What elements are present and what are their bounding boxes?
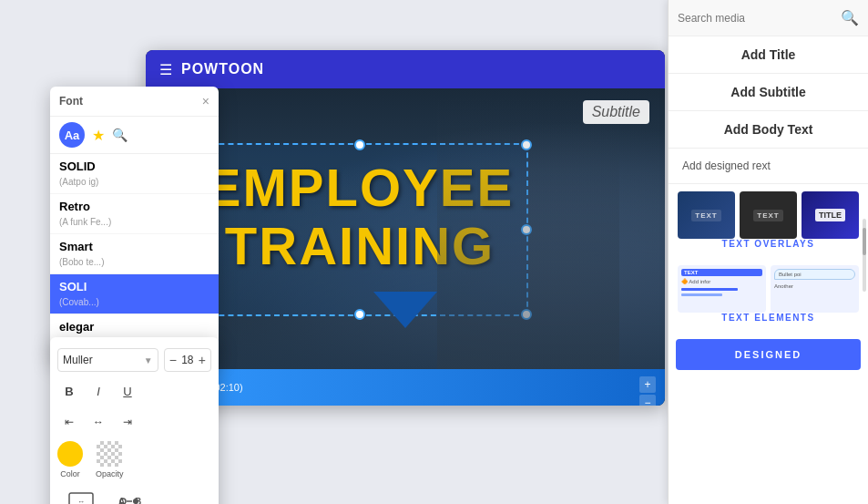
- a-to-b-button[interactable]: A B A to B: [109, 486, 149, 504]
- handle-top-right[interactable]: [521, 139, 532, 150]
- font-name-retro1: Retro: [59, 200, 209, 213]
- top-bar: ☰ POWTOON: [146, 50, 665, 88]
- handle-bottom-mid[interactable]: [354, 309, 365, 320]
- font-size-value: 18: [180, 354, 195, 366]
- zoom-controls: + −: [639, 376, 656, 406]
- zoom-in-button[interactable]: +: [639, 376, 656, 393]
- right-panel-content: Add Title Add Subtitle Add Body Text Add…: [669, 36, 868, 370]
- enter-exit-button[interactable]: ↔ Enter/Exit: [57, 486, 104, 504]
- text-elements-label: TEXT ELEMENTS: [678, 313, 859, 323]
- decrease-size-button[interactable]: −: [169, 354, 177, 366]
- down-arrow: [373, 292, 437, 328]
- bold-button[interactable]: B: [57, 379, 81, 403]
- font-item-solid1[interactable]: SOLID (Aatpo ig): [50, 154, 219, 194]
- increase-size-button[interactable]: +: [199, 354, 206, 366]
- color-label: Color: [60, 469, 80, 478]
- heading-line2: TRAINING: [202, 217, 517, 275]
- italic-button[interactable]: I: [87, 379, 110, 403]
- overlay-card-3[interactable]: TITLE: [802, 191, 859, 239]
- svg-text:↔: ↔: [77, 498, 85, 504]
- overlay-badge-3: TITLE: [815, 209, 845, 221]
- font-selector-row: Muller ▼ − 18 +: [57, 345, 211, 375]
- font-item-soli-active[interactable]: SOLI (Covab...): [50, 274, 219, 314]
- scroll-indicator[interactable]: [863, 219, 866, 292]
- canvas-background: EMPLOYEE TRAINING: [146, 88, 665, 369]
- opacity-section: Opacity: [96, 441, 124, 478]
- overlays-grid: TEXT TEXT TITLE: [678, 191, 859, 239]
- font-panel-icons-row: Aa ★ 🔍: [50, 117, 219, 154]
- font-name-elegar: elegar: [59, 320, 209, 334]
- add-designed-text-button[interactable]: Add designed rext: [669, 149, 868, 184]
- underline-button[interactable]: U: [116, 379, 139, 403]
- format-toolbar: Muller ▼ − 18 + B I U ⇤ ↔ ⇥ Color Opacit…: [50, 337, 219, 504]
- text-style-row: B I U: [57, 375, 211, 406]
- elements-grid: TEXT 🔶 Add infor Bullet poi Another: [678, 265, 859, 313]
- font-item-retro1[interactable]: Retro (A funk Fe...): [50, 194, 219, 234]
- overlay-card-2[interactable]: TEXT: [740, 191, 797, 239]
- add-subtitle-button[interactable]: Add Subtitle: [669, 74, 868, 111]
- subtitle-text-element: Subtitle: [583, 100, 649, 124]
- font-sub-solid1: (Aatpo ig): [59, 177, 98, 187]
- font-name-smart1: Smart: [59, 240, 209, 253]
- designed-button[interactable]: DESIGNED: [676, 339, 861, 370]
- font-favorites-icon[interactable]: ★: [92, 127, 105, 144]
- overlay-card-1[interactable]: TEXT: [678, 191, 735, 239]
- font-dropdown[interactable]: Muller ▼: [57, 348, 158, 372]
- align-left-button[interactable]: ⇤: [57, 410, 81, 434]
- font-panel-header: Font ×: [50, 87, 219, 117]
- opacity-swatch[interactable]: [97, 441, 122, 467]
- align-right-button[interactable]: ⇥: [116, 410, 139, 434]
- zoom-out-button[interactable]: −: [639, 395, 656, 406]
- selected-font-label: Muller: [63, 354, 93, 366]
- align-center-button[interactable]: ↔: [87, 410, 110, 434]
- font-panel: Font × Aa ★ 🔍 SOLID (Aatpo ig) Retro (A …: [50, 87, 219, 364]
- font-panel-title: Font: [59, 95, 83, 108]
- font-type-icon[interactable]: Aa: [59, 122, 85, 148]
- add-body-text-button[interactable]: Add Body Text: [669, 111, 868, 149]
- handle-bottom-right[interactable]: [521, 309, 532, 320]
- font-sub-soli: (Covab...): [59, 297, 99, 307]
- font-sub-retro1: (A funk Fe...): [59, 217, 111, 227]
- text-overlays-label: TEXT OVERLAYS: [678, 239, 859, 249]
- color-section: Color: [57, 441, 83, 478]
- animation-row: ↔ Enter/Exit A B A to B: [57, 482, 211, 504]
- alignment-row: ⇤ ↔ ⇥: [57, 406, 211, 437]
- text-overlays-section: TEXT TEXT TITLE TEXT OVERLAYS: [669, 184, 868, 258]
- search-icon: 🔍: [841, 9, 859, 26]
- enter-exit-icon: ↔: [66, 489, 96, 504]
- font-name-soli: SOLI: [59, 280, 209, 293]
- right-panel-header: 🔍: [669, 0, 868, 36]
- hamburger-icon[interactable]: ☰: [159, 61, 172, 78]
- canvas-timeline: ▶ 00:20:5 (02:10) + −: [146, 369, 665, 406]
- color-opacity-row: Color Opacity: [57, 437, 211, 482]
- text-selection-box[interactable]: EMPLOYEE TRAINING: [191, 143, 528, 316]
- text-elements-section: TEXT 🔶 Add infor Bullet poi Another TEXT…: [669, 258, 868, 332]
- handle-top-mid[interactable]: [354, 139, 365, 150]
- font-dropdown-arrow: ▼: [144, 355, 153, 365]
- font-panel-close-button[interactable]: ×: [202, 94, 209, 108]
- overlay-badge-2: TEXT: [753, 210, 782, 221]
- elem-text-1: 🔶 Add infor: [681, 278, 762, 284]
- overlay-badge-1: TEXT: [691, 210, 720, 221]
- opacity-label: Opacity: [96, 469, 124, 478]
- search-input[interactable]: [678, 12, 833, 25]
- font-size-control: − 18 +: [164, 348, 211, 372]
- app-logo: POWTOON: [181, 61, 264, 77]
- color-swatch[interactable]: [57, 441, 83, 467]
- add-title-button[interactable]: Add Title: [669, 36, 868, 74]
- font-name-solid1: SOLID: [59, 159, 209, 173]
- heading-line1: EMPLOYEE: [202, 159, 517, 217]
- handle-right-mid[interactable]: [521, 224, 532, 235]
- elem-badge-1: TEXT: [681, 269, 762, 276]
- font-search-icon[interactable]: 🔍: [112, 128, 128, 142]
- element-card-1[interactable]: TEXT 🔶 Add infor: [678, 265, 766, 313]
- element-card-2[interactable]: Bullet poi Another: [771, 265, 859, 313]
- font-sub-smart1: (Bobo te...): [59, 257, 104, 267]
- a-to-b-icon: A B: [115, 489, 144, 504]
- right-panel: 🔍 Add Title Add Subtitle Add Body Text A…: [668, 0, 868, 504]
- svg-point-5: [133, 499, 138, 504]
- elem-bubble-1: Bullet poi: [774, 269, 855, 280]
- main-heading-text[interactable]: EMPLOYEE TRAINING: [202, 159, 517, 275]
- font-list: SOLID (Aatpo ig) Retro (A funk Fe...) Sm…: [50, 154, 219, 364]
- font-item-smart1[interactable]: Smart (Bobo te...): [50, 234, 219, 274]
